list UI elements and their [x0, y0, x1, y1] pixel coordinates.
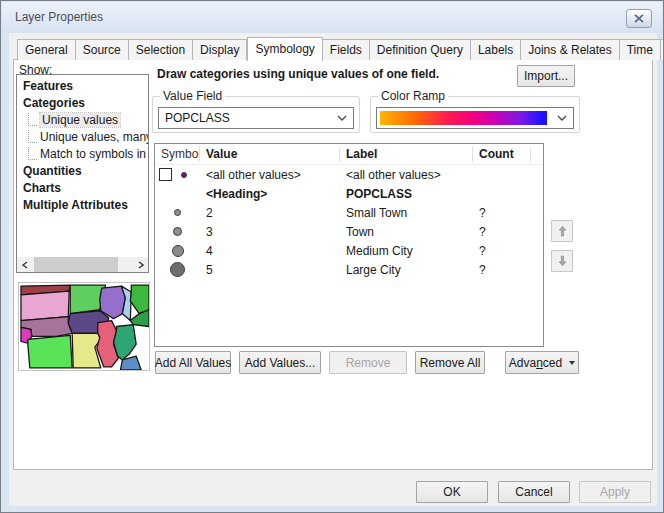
- tree-item-match-to-symbols-in-a[interactable]: Match to symbols in a: [17, 146, 148, 163]
- tab-source[interactable]: Source: [76, 39, 129, 60]
- scroll-left-icon[interactable]: [17, 257, 32, 272]
- arrow-down-icon: [556, 254, 569, 268]
- add-values-button[interactable]: Add Values...: [239, 351, 321, 374]
- point-symbol-icon: [181, 172, 187, 178]
- table-header: SymbolValueLabelCount: [155, 144, 543, 165]
- symbol-cell[interactable]: [155, 262, 200, 277]
- map-state-yellow: [72, 333, 101, 367]
- tab-selection[interactable]: Selection: [129, 39, 193, 60]
- scroll-right-icon[interactable]: [133, 257, 148, 272]
- arrow-up-icon: [556, 224, 569, 238]
- value-field-group-label: Value Field: [160, 89, 225, 103]
- tree-item-unique-values[interactable]: Unique values: [17, 112, 148, 129]
- tab-time[interactable]: Time: [620, 39, 661, 60]
- show-tree-listbox: FeaturesCategoriesUnique valuesUnique va…: [16, 74, 149, 273]
- tree-item-label: Features: [23, 79, 73, 93]
- tab-general[interactable]: General: [17, 39, 76, 60]
- table-row[interactable]: <Heading>POPCLASS: [155, 184, 543, 203]
- point-symbol-icon: [173, 227, 182, 236]
- chevron-down-icon: [331, 115, 353, 121]
- point-symbol-icon: [172, 245, 184, 257]
- table-body: <all other values><all other values><Hea…: [155, 165, 543, 279]
- chevron-down-icon: [551, 108, 573, 128]
- tree-item-categories[interactable]: Categories: [17, 95, 148, 112]
- advanced-label-post: ced: [543, 356, 562, 370]
- value-cell: <Heading>: [200, 187, 340, 201]
- tree-item-multiple-attributes[interactable]: Multiple Attributes: [17, 197, 148, 214]
- column-header-value: Value: [200, 147, 340, 162]
- table-row[interactable]: 5Large City?: [155, 260, 543, 279]
- ok-button[interactable]: OK: [416, 481, 488, 503]
- advanced-label-pre: Adva: [509, 356, 536, 370]
- dialog-client-area: Show: FeaturesCategoriesUnique valuesUni…: [9, 33, 657, 506]
- tab-symbology[interactable]: Symbology: [247, 37, 322, 61]
- tree-connector-icon: [28, 130, 37, 143]
- table-row[interactable]: 4Medium City?: [155, 241, 543, 260]
- value-field-selected-value: POPCLASS: [159, 111, 331, 125]
- symbology-method-heading: Draw categories using unique values of o…: [157, 67, 439, 81]
- color-ramp-gradient: [380, 111, 547, 125]
- add-all-values-button[interactable]: Add All Values: [155, 351, 231, 374]
- cancel-button[interactable]: Cancel: [498, 481, 570, 503]
- color-ramp-dropdown[interactable]: [376, 107, 574, 129]
- count-cell: ?: [473, 263, 531, 277]
- remove-button: Remove: [329, 351, 407, 374]
- map-state-green-right: [130, 285, 149, 314]
- tree-connector-icon: [28, 113, 37, 126]
- tree-item-charts[interactable]: Charts: [17, 180, 148, 197]
- visibility-checkbox[interactable]: [159, 168, 172, 181]
- symbol-cell[interactable]: [155, 168, 200, 181]
- tree-item-label: Categories: [23, 96, 85, 110]
- map-state-spring-green: [28, 335, 72, 368]
- tree-item-label: Unique values: [40, 113, 120, 127]
- tree-item-label: Quantities: [23, 164, 82, 178]
- table-row[interactable]: <all other values><all other values>: [155, 165, 543, 184]
- tree-item-features[interactable]: Features: [17, 78, 148, 95]
- table-row[interactable]: 2Small Town?: [155, 203, 543, 222]
- table-row[interactable]: 3Town?: [155, 222, 543, 241]
- tab-definition-query[interactable]: Definition Query: [370, 39, 471, 60]
- count-cell: ?: [473, 206, 531, 220]
- symbol-cell[interactable]: [155, 209, 200, 216]
- count-cell: ?: [473, 225, 531, 239]
- label-cell: <all other values>: [340, 168, 473, 182]
- tab-labels[interactable]: Labels: [471, 39, 521, 60]
- label-cell: Large City: [340, 263, 473, 277]
- map-state-pink: [21, 291, 69, 321]
- symbology-tab-page: Show: FeaturesCategoriesUnique valuesUni…: [13, 59, 653, 470]
- tree-item-quantities[interactable]: Quantities: [17, 163, 148, 180]
- horizontal-scrollbar[interactable]: [17, 257, 148, 272]
- close-button[interactable]: [626, 9, 652, 28]
- show-tree: FeaturesCategoriesUnique valuesUnique va…: [17, 78, 148, 214]
- tab-fields[interactable]: Fields: [323, 39, 370, 60]
- label-cell: Medium City: [340, 244, 473, 258]
- symbol-cell[interactable]: [155, 227, 200, 236]
- close-icon: [634, 14, 644, 23]
- symbol-cell[interactable]: [155, 245, 200, 257]
- map-state-teal: [114, 325, 137, 360]
- tab-joins-relates[interactable]: Joins & Relates: [521, 39, 619, 60]
- tab-display[interactable]: Display: [193, 39, 247, 60]
- import-button[interactable]: Import...: [517, 65, 575, 87]
- remove-all-button[interactable]: Remove All: [415, 351, 485, 374]
- value-cell: 3: [200, 225, 340, 239]
- scrollbar-thumb[interactable]: [34, 257, 118, 272]
- value-cell: 2: [200, 206, 340, 220]
- tree-item-label: Multiple Attributes: [23, 198, 128, 212]
- tree-item-unique-values-many[interactable]: Unique values, many: [17, 129, 148, 146]
- tree-connector-icon: [28, 147, 37, 160]
- move-down-button: [551, 250, 573, 272]
- label-cell: Small Town: [340, 206, 473, 220]
- advanced-button[interactable]: Advanced: [505, 351, 579, 374]
- map-preview-svg: [19, 283, 149, 370]
- categories-table: SymbolValueLabelCount <all other values>…: [154, 143, 544, 347]
- value-cell: 4: [200, 244, 340, 258]
- value-field-dropdown[interactable]: POPCLASS: [158, 107, 354, 129]
- title-bar[interactable]: Layer Properties: [2, 2, 662, 33]
- label-cell: POPCLASS: [340, 187, 473, 201]
- layer-properties-dialog: Layer Properties Show: FeaturesCategorie…: [0, 0, 664, 513]
- count-cell: ?: [473, 244, 531, 258]
- apply-button: Apply: [579, 481, 651, 503]
- move-up-button: [551, 220, 573, 242]
- point-symbol-icon: [170, 262, 185, 277]
